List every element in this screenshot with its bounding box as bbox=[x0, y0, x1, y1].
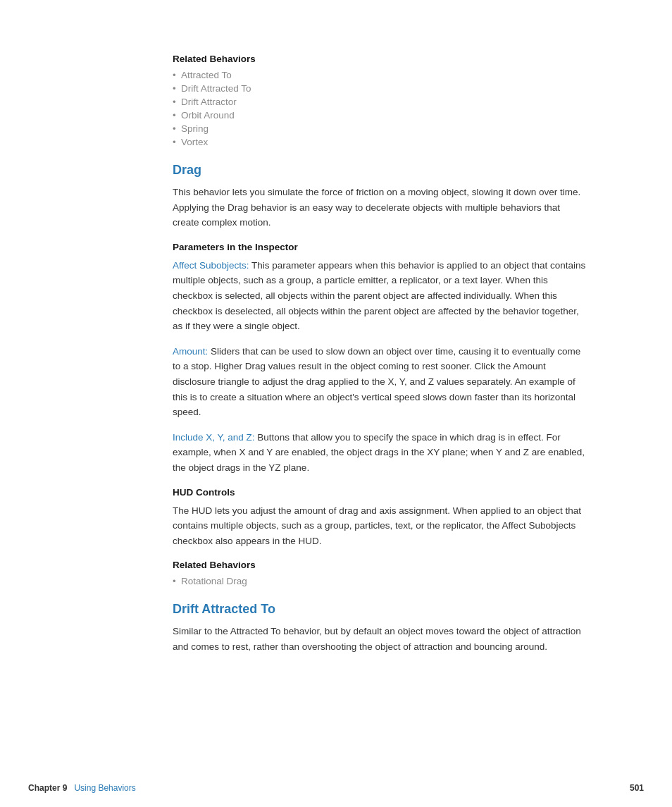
params-heading: Parameters in the Inspector bbox=[173, 242, 587, 252]
hud-text: The HUD lets you adjust the amount of dr… bbox=[173, 503, 587, 549]
list-item: Spring bbox=[173, 123, 587, 134]
related-behaviors-1-list: Attracted To Drift Attracted To Drift At… bbox=[173, 70, 587, 147]
list-item: Attracted To bbox=[173, 70, 587, 80]
related-behaviors-2-list: Rotational Drag bbox=[173, 576, 587, 586]
related-behaviors-2-section: Related Behaviors Rotational Drag bbox=[173, 560, 587, 586]
list-item: Drift Attracted To bbox=[173, 83, 587, 94]
list-item: Vortex bbox=[173, 137, 587, 147]
related-behaviors-2-heading: Related Behaviors bbox=[173, 560, 587, 570]
drag-section: Drag This behavior lets you simulate the… bbox=[173, 163, 587, 548]
related-behaviors-1-section: Related Behaviors Attracted To Drift Att… bbox=[173, 54, 587, 147]
amount-text: Sliders that can be used to slow down an… bbox=[173, 346, 580, 417]
include-label: Include X, Y, and Z: bbox=[173, 432, 255, 443]
affect-subobjects-param: Affect Subobjects: This parameter appear… bbox=[173, 258, 587, 334]
drift-section: Drift Attracted To Similar to the Attrac… bbox=[173, 602, 587, 654]
drift-title: Drift Attracted To bbox=[173, 602, 587, 617]
list-item: Rotational Drag bbox=[173, 576, 587, 586]
footer: Chapter 9 Using Behaviors 501 bbox=[0, 783, 672, 793]
page-number: 501 bbox=[630, 783, 644, 793]
drag-title: Drag bbox=[173, 163, 587, 178]
list-item: Drift Attractor bbox=[173, 97, 587, 107]
drag-intro: This behavior lets you simulate the forc… bbox=[173, 185, 587, 230]
footer-left: Chapter 9 Using Behaviors bbox=[28, 783, 136, 793]
drift-text: Similar to the Attracted To behavior, bu… bbox=[173, 624, 587, 654]
chapter-label: Chapter 9 bbox=[28, 783, 67, 793]
amount-param: Amount: Sliders that can be used to slow… bbox=[173, 344, 587, 420]
page: Related Behaviors Attracted To Drift Att… bbox=[0, 0, 672, 807]
amount-label: Amount: bbox=[173, 346, 208, 357]
hud-heading: HUD Controls bbox=[173, 487, 587, 498]
related-behaviors-1-heading: Related Behaviors bbox=[173, 54, 587, 64]
content-area: Related Behaviors Attracted To Drift Att… bbox=[0, 0, 672, 706]
list-item: Orbit Around bbox=[173, 110, 587, 121]
affect-subobjects-label: Affect Subobjects: bbox=[173, 260, 249, 271]
chapter-link: Using Behaviors bbox=[74, 783, 135, 793]
include-param: Include X, Y, and Z: Buttons that allow … bbox=[173, 430, 587, 476]
